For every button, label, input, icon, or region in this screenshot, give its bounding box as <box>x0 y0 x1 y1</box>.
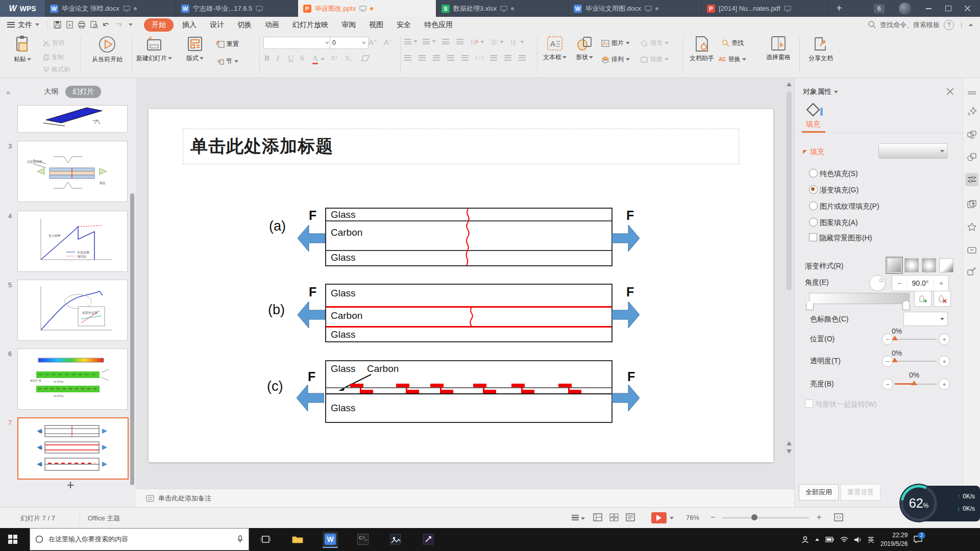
zoom-slider-track[interactable] <box>722 517 809 518</box>
people-icon[interactable] <box>801 536 809 543</box>
user-avatar[interactable] <box>899 3 911 15</box>
gradient-style-path[interactable] <box>939 258 953 272</box>
gradient-preview-dropdown[interactable] <box>878 143 948 159</box>
shapes-button[interactable]: 形状 <box>572 36 597 62</box>
zoom-percent[interactable]: 76% <box>686 514 699 521</box>
tab-special-apps[interactable]: 特色应用 <box>418 19 459 31</box>
shrink-font-button[interactable]: A⁻ <box>384 38 393 47</box>
replace-button[interactable]: AC 替换 <box>719 55 746 64</box>
undo-button[interactable] <box>100 20 112 30</box>
gradient-stop-bar[interactable] <box>809 293 910 304</box>
find-button[interactable]: 查找 <box>722 39 744 47</box>
numbering-button[interactable] <box>423 39 436 44</box>
brightness-slider-thumb[interactable] <box>911 381 917 385</box>
scroll-up-icon[interactable] <box>787 82 792 86</box>
slide-thumbnail-7-current[interactable]: (a)(b)(c) <box>17 417 129 480</box>
more-menu-icon[interactable]: ⋮ <box>958 21 965 29</box>
decrease-indent-icon[interactable] <box>442 39 449 44</box>
angle-dial[interactable] <box>869 275 886 291</box>
align-left-icon[interactable] <box>404 55 411 61</box>
underline-button[interactable]: U <box>288 54 293 63</box>
tab-review[interactable]: 审阅 <box>335 19 362 31</box>
network-icon[interactable] <box>840 537 848 543</box>
slide-thumbnail-4[interactable]: 复合材料 常规层叠 薄弱层 <box>17 211 128 272</box>
solid-fill-option[interactable]: 纯色填充(S) <box>809 169 977 179</box>
fill-tab-label[interactable]: 填充 <box>806 120 820 129</box>
task-view-button[interactable] <box>258 532 273 547</box>
align-middle-icon[interactable] <box>504 55 511 61</box>
slide-thumbnail-3[interactable]: 高质量材料 裂纹 <box>17 141 128 202</box>
layout-button[interactable]: 版式 <box>177 36 213 63</box>
doc-tab-5[interactable]: W 毕业论文用图.docx <box>569 0 702 17</box>
doc-tab-2[interactable]: W 宁志雄-毕业...17.6.5 <box>176 0 298 17</box>
align-top-icon[interactable] <box>490 55 497 61</box>
selection-pane-button[interactable]: 选择窗格 <box>761 36 796 62</box>
close-panel-icon[interactable] <box>947 88 953 95</box>
reset-background-button[interactable]: 重置背景 <box>841 484 880 500</box>
bold-button[interactable]: B <box>264 54 270 63</box>
tab-count-badge[interactable]: 6 <box>874 4 885 13</box>
terminal-button[interactable]: C:\_ <box>355 532 371 547</box>
picture-fill-option[interactable]: 图片或纹理填充(P) <box>809 202 977 211</box>
collapse-panel-button[interactable]: « <box>6 88 9 96</box>
shape-combo-icon[interactable] <box>965 151 978 164</box>
gradient-fill-option[interactable]: 渐变填充(G) <box>809 185 977 195</box>
photo-viewer-button[interactable] <box>388 532 403 547</box>
normal-view-icon[interactable] <box>593 513 602 521</box>
subscript-button[interactable]: X₂ <box>345 54 352 62</box>
angle-value[interactable]: 90.0° <box>907 279 934 287</box>
align-right-icon[interactable] <box>433 55 440 61</box>
format-painter-button[interactable]: 格式刷 <box>43 65 70 74</box>
zoom-in-button[interactable]: + <box>817 513 821 522</box>
italic-button[interactable]: I <box>277 54 279 63</box>
picture-button[interactable]: 图片 <box>601 39 630 47</box>
scrollbar-thumb[interactable] <box>787 91 792 290</box>
tab-view[interactable]: 视图 <box>362 19 390 31</box>
strikethrough-button[interactable]: S <box>300 54 304 63</box>
speaker-icon[interactable] <box>854 537 862 543</box>
doc-tab-6[interactable]: P [2014] Nu...nates.pdf <box>702 0 829 17</box>
slide-sorter-icon[interactable] <box>609 513 619 521</box>
title-placeholder-box[interactable]: 单击此处添加标题 <box>183 129 739 164</box>
tab-security[interactable]: 安全 <box>390 19 418 31</box>
next-slide-icon[interactable] <box>787 449 792 454</box>
brightness-increase-button[interactable]: + <box>939 379 950 390</box>
tab-home[interactable]: 开始 <box>144 18 174 32</box>
share-panel-icon[interactable] <box>965 265 978 278</box>
angle-decrease-button[interactable]: − <box>892 279 907 287</box>
add-slide-button[interactable]: + <box>60 477 81 493</box>
tab-insert[interactable]: 插入 <box>176 19 203 31</box>
align-bottom-icon[interactable] <box>519 55 526 61</box>
command-search-box[interactable]: 查找命令、搜索模板 <box>880 20 940 30</box>
font-color-caret[interactable] <box>321 58 325 61</box>
slides-tab[interactable]: 幻灯片 <box>65 86 101 98</box>
canvas-scrollbar[interactable] <box>785 78 793 489</box>
fill-section-label[interactable]: 填充 <box>810 147 824 157</box>
line-spacing-button[interactable] <box>490 39 504 45</box>
columns-icon[interactable] <box>476 55 483 61</box>
angle-increase-button[interactable]: + <box>934 279 948 287</box>
help-icon[interactable]: ? <box>944 20 954 30</box>
slides-panel-scrollbar[interactable] <box>130 193 134 485</box>
play-from-current-button[interactable]: 从当前开始 <box>89 36 126 64</box>
redo-button[interactable] <box>112 20 125 30</box>
dark-app-button[interactable] <box>421 532 436 547</box>
textbox-button[interactable]: A 文本框 <box>540 36 570 62</box>
hidden-icons-chevron[interactable] <box>815 538 819 541</box>
file-explorer-button[interactable] <box>290 532 305 547</box>
ime-indicator[interactable]: 英 <box>868 535 874 544</box>
paste-button[interactable]: 粘贴 <box>4 36 41 64</box>
tab-animation[interactable]: 动画 <box>258 19 286 31</box>
file-menu[interactable]: 文件 <box>0 20 44 30</box>
share-button[interactable]: 分享文档 <box>802 36 839 63</box>
action-center-button[interactable]: 2 <box>914 535 922 544</box>
outline-tab[interactable]: 大纲 <box>44 87 58 96</box>
collapse-ribbon-icon[interactable] <box>969 23 973 26</box>
doc-assistant-button[interactable]: 文档助手 <box>686 36 718 63</box>
copy-button[interactable]: 复制 <box>43 53 64 62</box>
wps-logo[interactable]: W WPS <box>0 0 45 17</box>
theme-name[interactable]: Office 主题 <box>88 514 120 523</box>
favorites-icon[interactable] <box>965 220 978 233</box>
cut-button[interactable]: 剪切 <box>43 39 64 47</box>
align-text-button[interactable]: AB <box>510 39 524 45</box>
